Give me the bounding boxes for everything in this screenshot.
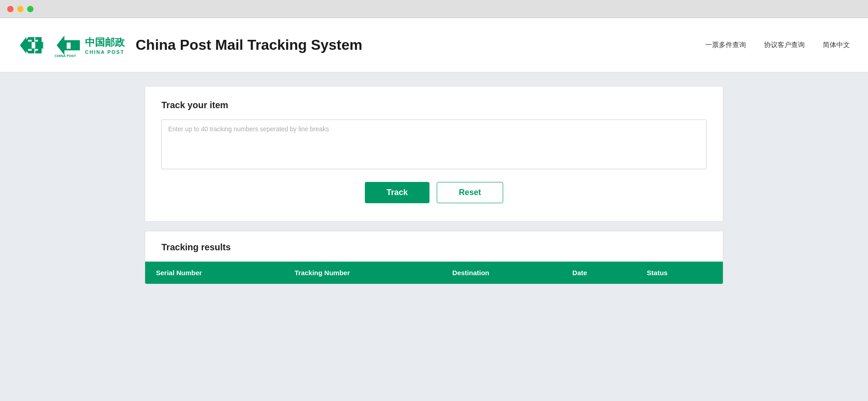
col-serial-number: Serial Number — [145, 262, 283, 284]
nav-links: 一票多件查询 协议客户查询 简体中文 — [705, 41, 850, 49]
results-header-row: Serial Number Tracking Number Destinatio… — [145, 262, 723, 284]
logo-chinese-text: 中国邮政 — [85, 36, 125, 49]
col-date: Date — [561, 262, 636, 284]
svg-rect-3 — [32, 42, 35, 48]
main-content: Track your item Track Reset Tracking res… — [0, 72, 868, 298]
svg-text:CHINA POST: CHINA POST — [55, 53, 76, 57]
traffic-light-red[interactable] — [7, 6, 14, 12]
nav-link-multi-item[interactable]: 一票多件查询 — [705, 41, 746, 49]
track-form-card: Track your item Track Reset — [145, 86, 723, 222]
col-status: Status — [636, 262, 723, 284]
header: CHINA POST 中国邮政 CHINA POST China Post Ma… — [0, 18, 868, 72]
results-table: Serial Number Tracking Number Destinatio… — [145, 262, 723, 284]
site-title: China Post Mail Tracking System — [136, 37, 362, 53]
svg-rect-4 — [67, 43, 71, 49]
results-card: Tracking results Serial Number Tracking … — [145, 231, 723, 284]
track-button[interactable]: Track — [365, 182, 429, 203]
traffic-light-green[interactable] — [27, 6, 33, 12]
logo-area: CHINA POST 中国邮政 CHINA POST — [18, 31, 125, 60]
col-destination: Destination — [442, 262, 561, 284]
results-title: Tracking results — [145, 231, 723, 262]
form-buttons: Track Reset — [161, 182, 707, 208]
col-tracking-number: Tracking Number — [283, 262, 441, 284]
nav-link-protocol[interactable]: 协议客户查询 — [764, 41, 805, 49]
nav-link-language[interactable]: 简体中文 — [823, 41, 850, 49]
logo-english-text: CHINA POST — [85, 49, 125, 55]
window-chrome — [0, 0, 868, 18]
china-post-logo: CHINA POST — [52, 32, 84, 59]
results-table-header: Serial Number Tracking Number Destinatio… — [145, 262, 723, 284]
logo-icon — [18, 31, 47, 60]
track-form-title: Track your item — [161, 100, 707, 110]
tracking-number-input[interactable] — [161, 119, 707, 169]
traffic-light-yellow[interactable] — [17, 6, 24, 12]
reset-button[interactable]: Reset — [437, 182, 503, 203]
